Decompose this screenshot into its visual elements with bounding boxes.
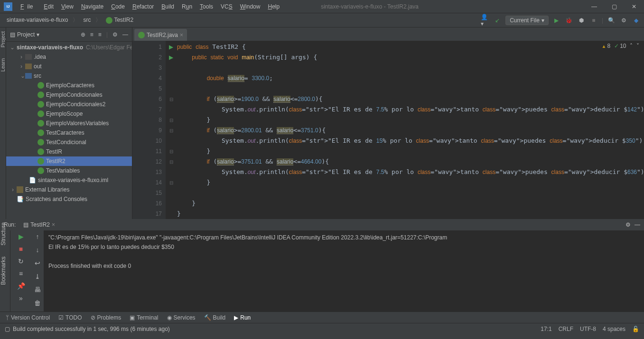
run-toolbar-left: ▶ ■ ↻ ≡ 📌 » — [10, 220, 31, 312]
run-button-bottom[interactable]: ▶Run — [234, 314, 251, 321]
tree-class-testvariables[interactable]: TestVariables — [6, 166, 132, 175]
services-button[interactable]: ◉Services — [167, 314, 196, 321]
search-icon[interactable]: 🔍 — [607, 16, 616, 25]
readonly-icon[interactable]: 🔓 — [632, 326, 639, 332]
tree-class-testir[interactable]: TestIR — [6, 147, 132, 156]
close-run-tab-icon[interactable]: × — [52, 221, 55, 228]
gear-icon[interactable]: ⚙ — [112, 31, 118, 38]
collapse-all-icon[interactable]: ≡ — [98, 31, 102, 38]
line-separator[interactable]: CRLF — [559, 326, 573, 332]
bookmarks-tool-button[interactable]: Bookmarks — [0, 257, 10, 286]
soft-wrap-icon[interactable]: ↩ — [35, 259, 40, 267]
tree-idea[interactable]: ›.idea — [6, 52, 132, 62]
tree-class-testcaracteres[interactable]: TestCaracteres — [6, 128, 132, 137]
down-icon[interactable]: ↓ — [36, 246, 39, 254]
scroll-end-icon[interactable]: ⤓ — [35, 273, 40, 280]
layout-icon[interactable]: ≡ — [19, 270, 23, 277]
tree-class-ejemploscope[interactable]: EjemploScope — [6, 109, 132, 119]
maximize-button[interactable]: ▢ — [604, 0, 624, 13]
tree-iml[interactable]: 📄sintaxe-variaveis-e-fluxo.iml — [6, 175, 132, 185]
file-encoding[interactable]: UTF-8 — [580, 326, 596, 332]
code-area[interactable]: public class TestIR2 { public static voi… — [166, 41, 644, 219]
more-tabs-icon[interactable]: ⋮ — [642, 28, 644, 41]
menu-edit[interactable]: Edit — [40, 1, 57, 12]
menu-vcs[interactable]: VCS — [217, 1, 236, 12]
expand-icon[interactable]: » — [19, 294, 23, 302]
menu-window[interactable]: Window — [237, 1, 264, 12]
restart-icon[interactable]: ↻ — [18, 257, 24, 265]
menu-navigate[interactable]: Navigate — [78, 1, 107, 12]
project-tool-button[interactable]: Project — [0, 31, 6, 49]
version-control-button[interactable]: ᛘVersion Control — [6, 314, 50, 321]
close-tab-icon[interactable]: × — [180, 32, 183, 38]
menu-refactor[interactable]: Refactor — [129, 1, 157, 12]
menu-help[interactable]: Help — [264, 1, 283, 12]
status-icon[interactable]: ▢ — [5, 326, 10, 332]
menu-tools[interactable]: Tools — [196, 1, 216, 12]
minimize-button[interactable]: — — [584, 0, 604, 13]
tree-src[interactable]: ⌄src — [6, 71, 132, 81]
pin-icon[interactable]: 📌 — [17, 282, 25, 290]
indent[interactable]: 4 spaces — [603, 326, 625, 332]
build-button[interactable]: 🔨Build — [204, 314, 226, 321]
chevron-down-icon: ▾ — [541, 17, 544, 24]
tree-class-ejemplocondicionales2[interactable]: EjemploCondicionales2 — [6, 100, 132, 109]
menu-code[interactable]: Code — [108, 1, 128, 12]
tree-scratches[interactable]: 📑Scratches and Consoles — [6, 194, 132, 204]
run-coverage-button[interactable]: ⬢ — [577, 16, 586, 25]
menu-run[interactable]: Run — [178, 1, 196, 12]
stop-button[interactable]: ■ — [589, 16, 598, 25]
back-arrow-icon[interactable]: ↙ — [493, 16, 502, 25]
close-button[interactable]: ✕ — [624, 0, 644, 13]
tree-external-libraries[interactable]: ›External Libraries — [6, 185, 132, 194]
settings-icon[interactable]: ⚙ — [619, 16, 628, 25]
run-config-selector[interactable]: Current File ▾ — [505, 16, 549, 25]
learn-tool-button[interactable]: Learn — [0, 58, 6, 73]
checks-badge[interactable]: 10 — [614, 43, 626, 49]
hide-button[interactable]: — — [635, 221, 640, 228]
gear-icon[interactable]: ⚙ — [625, 221, 631, 228]
caret-position[interactable]: 17:1 — [541, 326, 551, 332]
branch-icon: ᛘ — [6, 314, 9, 321]
tree-class-ejemplovaloresvariables[interactable]: EjemploValoresVariables — [6, 119, 132, 128]
select-opened-file-icon[interactable]: ⊕ — [81, 31, 85, 38]
tree-root[interactable]: ⌄ sintaxe-variaveis-e-fluxo C:\Users\Edg… — [6, 43, 132, 52]
project-title[interactable]: ▤ Project ▾ — [10, 31, 78, 38]
ide-icon[interactable]: ◆ — [632, 16, 640, 25]
java-class-icon — [37, 92, 44, 98]
up-icon[interactable]: ↑ — [36, 233, 39, 240]
run-button[interactable]: ▶ — [552, 16, 561, 25]
todo-button[interactable]: ☑TODO — [58, 314, 82, 321]
tab-testir2[interactable]: TestIR2.java × — [134, 29, 187, 41]
nav-up-icon[interactable]: ˄ — [630, 43, 633, 49]
project-tree[interactable]: ⌄ sintaxe-variaveis-e-fluxo C:\Users\Edg… — [6, 42, 132, 219]
expand-all-icon[interactable]: ≡ — [90, 31, 93, 38]
terminal-button[interactable]: ▣Terminal — [130, 314, 158, 321]
menu-view[interactable]: View — [58, 1, 77, 12]
tree-class-testir2[interactable]: TestIR2 — [6, 156, 132, 166]
tree-class-ejemplocondicionales[interactable]: EjemploCondicionales — [6, 90, 132, 100]
run-tab[interactable]: ▤ TestIR2 × — [19, 220, 59, 229]
hide-button[interactable]: — — [122, 31, 128, 38]
debug-button[interactable]: 🐞 — [565, 16, 573, 25]
rerun-button[interactable]: ▶ — [19, 233, 24, 240]
problems-button[interactable]: ⊘Problems — [91, 314, 121, 321]
menu-build[interactable]: Build — [158, 1, 177, 12]
print-icon[interactable]: 🖶 — [34, 286, 41, 293]
user-icon[interactable]: 👤▾ — [481, 16, 489, 25]
warnings-badge[interactable]: 8 — [602, 43, 611, 49]
tree-class-ejemplocaracteres[interactable]: EjemploCaracteres — [6, 81, 132, 90]
nav-down-icon[interactable]: ˅ — [636, 43, 639, 49]
inspection-widgets[interactable]: 8 10 ˄ ˅ — [602, 43, 640, 49]
tree-class-testcondicional[interactable]: TestCondicional — [6, 137, 132, 147]
tree-out[interactable]: ›out — [6, 62, 132, 71]
breadcrumb-src[interactable]: src — [80, 16, 93, 24]
trash-icon[interactable]: 🗑 — [34, 299, 41, 307]
gutter[interactable]: 1▶2▶3456⊟78⊟9⊟1011⊟12⊟1314⊟151617 — [132, 41, 166, 219]
console-output[interactable]: "C:\Program Files\Java\jdk-19\bin\java.e… — [44, 220, 644, 312]
editor[interactable]: 8 10 ˄ ˅ 1▶2▶3456⊟78⊟9⊟1011⊟12⊟1314⊟1516… — [132, 41, 644, 219]
stop-button[interactable]: ■ — [19, 245, 23, 253]
menu-file[interactable]: File — [17, 1, 39, 12]
breadcrumb-file[interactable]: TestIR2 — [103, 16, 136, 25]
breadcrumb-project[interactable]: sintaxe-variaveis-e-fluxo — [4, 16, 71, 24]
